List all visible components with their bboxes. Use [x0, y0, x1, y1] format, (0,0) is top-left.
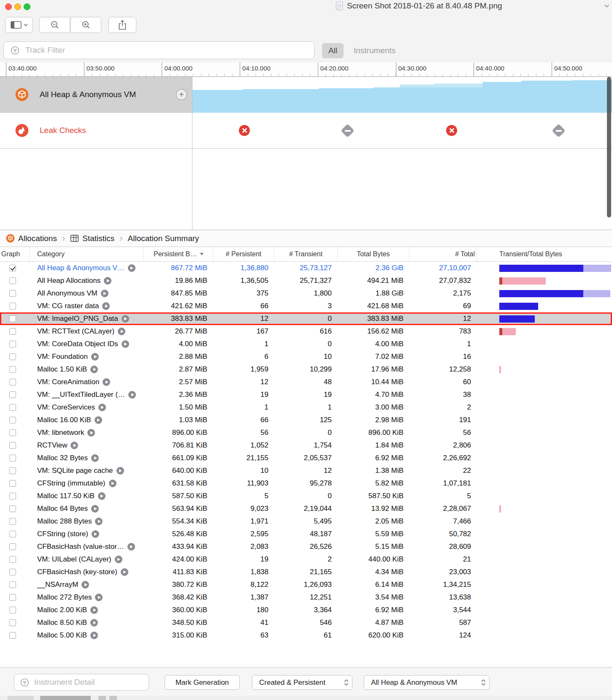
table-row[interactable]: VM: CG raster data 421.62 MiB 66 3 421.6…: [0, 300, 612, 312]
track-row-leaks[interactable]: Leak Checks: [0, 113, 612, 149]
focus-arrow-icon[interactable]: [103, 378, 110, 386]
focus-arrow-icon[interactable]: [109, 480, 116, 487]
focus-arrow-icon[interactable]: [128, 264, 135, 272]
focus-arrow-icon[interactable]: [91, 454, 99, 462]
table-row[interactable]: VM: CoreData Object IDs 4.00 MiB 1 0 4.0…: [0, 338, 612, 350]
instrument-detail-input[interactable]: Instrument Detail: [14, 674, 149, 691]
table-row[interactable]: VM: UILabel (CALayer) 424.00 KiB 19 2 44…: [0, 553, 612, 566]
graph-checkbox[interactable]: [9, 265, 16, 271]
graph-checkbox[interactable]: [9, 303, 16, 309]
focus-arrow-icon[interactable]: [90, 606, 98, 614]
graph-checkbox[interactable]: [9, 379, 16, 385]
focus-arrow-icon[interactable]: [90, 619, 98, 627]
add-track-button[interactable]: +: [176, 89, 187, 100]
table-row[interactable]: All Heap Allocations 19.86 MiB 1,36,505 …: [0, 274, 612, 287]
table-row[interactable]: VM: ImageIO_PNG_Data 383.83 MiB 12 0 383…: [0, 312, 612, 325]
table-row[interactable]: Malloc 117.50 KiB 587.50 KiB 5 0 587.50 …: [0, 490, 612, 502]
graph-checkbox[interactable]: [9, 353, 16, 360]
table-row[interactable]: CFString (store) 526.48 KiB 2,595 48,187…: [0, 528, 612, 540]
graph-checkbox[interactable]: [9, 455, 16, 461]
leak-error-badge[interactable]: [446, 125, 457, 136]
focus-arrow-icon[interactable]: [90, 366, 98, 373]
focus-arrow-icon[interactable]: [102, 302, 110, 310]
table-row[interactable]: Malloc 288 Bytes 554.34 KiB 1,971 5,495 …: [0, 515, 612, 528]
column-header-transient-total-bytes[interactable]: Transient/Total Bytes: [477, 247, 612, 261]
focus-arrow-icon[interactable]: [87, 429, 95, 437]
table-row[interactable]: Malloc 32 Bytes 661.09 KiB 21,155 2,05,5…: [0, 452, 612, 464]
graph-checkbox[interactable]: [9, 341, 16, 347]
graph-checkbox[interactable]: [9, 569, 16, 575]
graph-checkbox[interactable]: [9, 442, 16, 449]
graph-checkbox[interactable]: [9, 531, 16, 537]
focus-arrow-icon[interactable]: [98, 404, 106, 411]
track-row-heap[interactable]: All Heap & Anonymous VM +: [0, 77, 612, 113]
focus-arrow-icon[interactable]: [70, 442, 78, 449]
zoom-window-button[interactable]: [24, 3, 30, 10]
graph-checkbox[interactable]: [9, 391, 16, 398]
table-row[interactable]: VM: SQLite page cache 640.00 KiB 10 12 1…: [0, 464, 612, 477]
scope-popup-button[interactable]: All Heap & Anonymous VM: [364, 675, 490, 690]
column-header-num-transient[interactable]: # Transient: [274, 247, 338, 261]
focus-arrow-icon[interactable]: [95, 518, 103, 525]
graph-checkbox[interactable]: [9, 328, 16, 335]
graph-checkbox[interactable]: [9, 315, 16, 322]
zoom-in-button[interactable]: [70, 17, 101, 33]
zoom-out-button[interactable]: [39, 17, 70, 33]
graph-checkbox[interactable]: [9, 581, 16, 588]
track-filter-input[interactable]: Track Filter: [3, 41, 314, 59]
graph-checkbox[interactable]: [9, 417, 16, 423]
graph-checkbox[interactable]: [9, 467, 16, 474]
column-header-persistent-bytes[interactable]: Persistent B…: [144, 247, 213, 261]
column-header-total-bytes[interactable]: Total Bytes: [338, 247, 409, 261]
table-row[interactable]: VM: __UITextTiledLayer (… 2.36 MiB 19 19…: [0, 388, 612, 401]
table-row[interactable]: Malloc 1.50 KiB 2.87 MiB 1,959 10,299 17…: [0, 363, 612, 376]
focus-arrow-icon[interactable]: [90, 632, 98, 639]
table-row[interactable]: Malloc 8.50 KiB 348.50 KiB 41 546 4.87 M…: [0, 616, 612, 629]
graph-checkbox[interactable]: [9, 518, 16, 525]
focus-arrow-icon[interactable]: [98, 492, 106, 500]
heap-allocation-chart[interactable]: [192, 77, 612, 113]
table-row[interactable]: VM: CoreServices 1.50 MiB 1 1 3.00 MiB 2: [0, 401, 612, 414]
column-header-num-persistent[interactable]: # Persistent: [213, 247, 274, 261]
lifecycle-popup-button[interactable]: Created & Persistent: [252, 675, 352, 690]
focus-arrow-icon[interactable]: [95, 594, 103, 601]
focus-arrow-icon[interactable]: [101, 290, 108, 297]
leak-clear-badge[interactable]: [341, 124, 355, 138]
document-proxy-icon[interactable]: [336, 1, 343, 11]
table-row[interactable]: CFString (immutable) 631.58 KiB 11,903 9…: [0, 477, 612, 490]
graph-checkbox[interactable]: [9, 404, 16, 411]
mark-generation-button[interactable]: Mark Generation: [165, 675, 240, 690]
graph-checkbox[interactable]: [9, 429, 16, 436]
table-row[interactable]: __NSArrayM 380.72 KiB 8,122 1,26,093 6.1…: [0, 578, 612, 591]
table-row[interactable]: Malloc 272 Bytes 368.42 KiB 1,387 12,251…: [0, 591, 612, 604]
graph-checkbox[interactable]: [9, 607, 16, 613]
table-row[interactable]: VM: CoreAnimation 2.57 MiB 12 48 10.44 M…: [0, 376, 612, 388]
segment-instruments[interactable]: Instruments: [354, 43, 395, 58]
table-row[interactable]: Malloc 2.00 KiB 360.00 KiB 180 3,364 6.9…: [0, 604, 612, 616]
focus-arrow-icon[interactable]: [118, 328, 125, 335]
leak-clear-badge[interactable]: [552, 124, 566, 138]
graph-checkbox[interactable]: [9, 556, 16, 563]
breadcrumb-allocation-summary[interactable]: Allocation Summary: [128, 234, 199, 243]
segment-all[interactable]: All: [322, 43, 344, 58]
title-chevron-down-icon[interactable]: [604, 4, 609, 8]
focus-arrow-icon[interactable]: [91, 505, 99, 513]
table-row[interactable]: Malloc 5.00 KiB 315.00 KiB 63 61 620.00 …: [0, 629, 612, 642]
focus-arrow-icon[interactable]: [115, 556, 122, 563]
graph-checkbox[interactable]: [9, 505, 16, 512]
breadcrumb-allocations[interactable]: Allocations: [6, 234, 57, 243]
close-window-button[interactable]: [5, 3, 12, 10]
focus-arrow-icon[interactable]: [95, 416, 102, 424]
share-button[interactable]: [108, 17, 136, 33]
focus-arrow-icon[interactable]: [122, 340, 129, 348]
graph-checkbox[interactable]: [9, 480, 16, 487]
graph-checkbox[interactable]: [9, 290, 16, 297]
focus-arrow-icon[interactable]: [81, 581, 89, 589]
table-row[interactable]: All Heap & Anonymous V… 867.72 MiB 1,36,…: [0, 262, 612, 274]
focus-arrow-icon[interactable]: [91, 353, 99, 361]
table-row[interactable]: VM: libnetwork 896.00 KiB 56 0 896.00 Ki…: [0, 426, 612, 439]
graph-checkbox[interactable]: [9, 619, 16, 626]
column-header-category[interactable]: Category: [30, 247, 144, 261]
timeline-ruler[interactable]: 03:40.00003:50.00004:00.00004:10.00004:2…: [0, 62, 612, 77]
table-row[interactable]: CFBasicHash (key-store) 411.83 KiB 1,838…: [0, 566, 612, 578]
